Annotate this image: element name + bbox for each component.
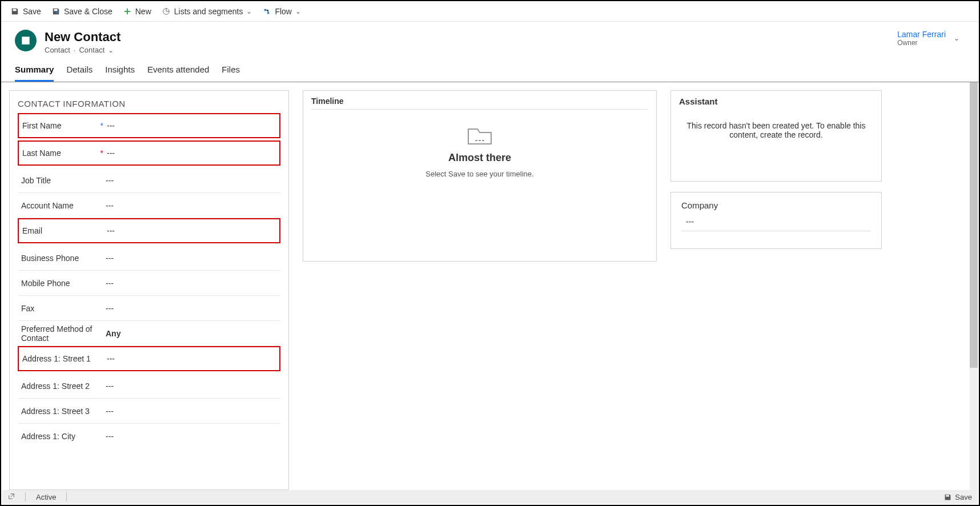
form-content: CONTACT INFORMATION First Name* --- Last… — [1, 82, 979, 490]
header-owner: Lamar Ferrari Owner ⌄ — [897, 30, 965, 47]
mobile-phone-value[interactable]: --- — [106, 279, 277, 288]
folder-icon — [466, 123, 493, 146]
popout-icon[interactable] — [8, 493, 15, 501]
address1-street2-value[interactable]: --- — [106, 381, 277, 391]
field-first-name[interactable]: First Name* --- — [18, 113, 280, 138]
save-close-icon — [51, 7, 61, 16]
flow-icon — [262, 7, 271, 16]
lists-segments-button[interactable]: Lists and segments ⌄ — [162, 7, 252, 16]
fax-value[interactable]: --- — [106, 304, 277, 313]
contact-entity-icon — [15, 30, 37, 51]
right-column: Assistant This record hasn't been create… — [670, 90, 882, 490]
address1-street1-value[interactable]: --- — [107, 354, 276, 363]
field-preferred-contact[interactable]: Preferred Method of Contact Any — [18, 321, 280, 346]
form-selector[interactable]: Contact — [79, 46, 105, 54]
field-job-title[interactable]: Job Title --- — [18, 168, 280, 193]
plus-icon — [123, 7, 132, 16]
assistant-message: This record hasn't been created yet. To … — [679, 118, 873, 143]
timeline-empty-state: Almost there Select Save to see your tim… — [311, 123, 648, 178]
field-address1-street3[interactable]: Address 1: Street 3 --- — [18, 399, 280, 424]
assistant-title: Assistant — [679, 97, 873, 106]
new-label: New — [135, 7, 151, 16]
save-close-label: Save & Close — [64, 7, 113, 16]
required-icon: * — [101, 148, 103, 158]
field-address1-street1[interactable]: Address 1: Street 1 --- — [18, 346, 280, 371]
timeline-subtext: Select Save to see your timeline. — [311, 170, 648, 178]
tab-summary[interactable]: Summary — [15, 65, 54, 82]
header-title-block: New Contact Contact · Contact ⌄ — [45, 30, 121, 54]
tab-details[interactable]: Details — [66, 65, 93, 82]
save-close-button[interactable]: Save & Close — [51, 7, 113, 16]
business-phone-value[interactable]: --- — [106, 254, 277, 263]
record-header: New Contact Contact · Contact ⌄ Lamar Fe… — [1, 22, 979, 54]
required-recommended-icon: * — [101, 121, 103, 130]
company-panel: Company --- — [670, 192, 882, 249]
tab-insights[interactable]: Insights — [105, 65, 135, 82]
entity-type: Contact — [45, 46, 70, 54]
tab-files[interactable]: Files — [222, 65, 240, 82]
form-tabs: Summary Details Insights Events attended… — [1, 54, 979, 82]
owner-name-link[interactable]: Lamar Ferrari — [897, 30, 946, 39]
save-icon — [10, 7, 19, 16]
field-address1-city[interactable]: Address 1: City --- — [18, 424, 280, 449]
account-name-value[interactable]: --- — [106, 201, 277, 210]
field-email[interactable]: Email --- — [18, 218, 280, 243]
field-last-name[interactable]: Last Name* --- — [18, 140, 280, 166]
timeline-title: Timeline — [311, 97, 648, 106]
field-business-phone[interactable]: Business Phone --- — [18, 246, 280, 271]
assistant-panel: Assistant This record hasn't been create… — [670, 90, 882, 182]
segments-icon — [162, 7, 171, 16]
field-address1-street2[interactable]: Address 1: Street 2 --- — [18, 374, 280, 399]
owner-label: Owner — [897, 39, 946, 47]
address1-street3-value[interactable]: --- — [106, 407, 277, 416]
record-title: New Contact — [45, 30, 121, 45]
chevron-down-icon[interactable]: ⌄ — [954, 34, 959, 42]
tab-events[interactable]: Events attended — [147, 65, 209, 82]
chevron-down-icon: ⌄ — [108, 46, 114, 54]
flow-button[interactable]: Flow ⌄ — [262, 7, 301, 16]
company-value[interactable]: --- — [681, 217, 871, 231]
command-bar: Save Save & Close New Lists and segments… — [1, 1, 979, 22]
company-label: Company — [681, 200, 871, 210]
lists-segments-label: Lists and segments — [174, 7, 243, 16]
field-mobile-phone[interactable]: Mobile Phone --- — [18, 271, 280, 296]
new-button[interactable]: New — [123, 7, 151, 16]
timeline-panel: Timeline Almost there Select Save to see… — [303, 90, 657, 262]
chevron-down-icon: ⌄ — [295, 7, 301, 15]
flow-label: Flow — [275, 7, 292, 16]
timeline-heading: Almost there — [311, 152, 648, 164]
field-account-name[interactable]: Account Name --- — [18, 193, 280, 218]
contact-info-title: CONTACT INFORMATION — [18, 99, 280, 109]
record-status: Active — [36, 493, 56, 501]
save-button[interactable]: Save — [10, 7, 41, 16]
chevron-down-icon: ⌄ — [246, 7, 252, 15]
email-value[interactable]: --- — [107, 226, 276, 235]
status-save-label: Save — [955, 493, 972, 501]
first-name-value[interactable]: --- — [107, 121, 276, 130]
address1-city-value[interactable]: --- — [106, 432, 277, 441]
save-label: Save — [23, 7, 41, 16]
field-fax[interactable]: Fax --- — [18, 296, 280, 321]
status-save-button[interactable]: Save — [944, 493, 972, 501]
last-name-value[interactable]: --- — [107, 148, 276, 158]
status-bar: Active Save — [2, 490, 978, 504]
contact-info-panel: CONTACT INFORMATION First Name* --- Last… — [9, 90, 289, 490]
scrollbar-thumb[interactable] — [970, 82, 978, 368]
job-title-value[interactable]: --- — [106, 176, 277, 185]
preferred-contact-value[interactable]: Any — [106, 329, 277, 338]
